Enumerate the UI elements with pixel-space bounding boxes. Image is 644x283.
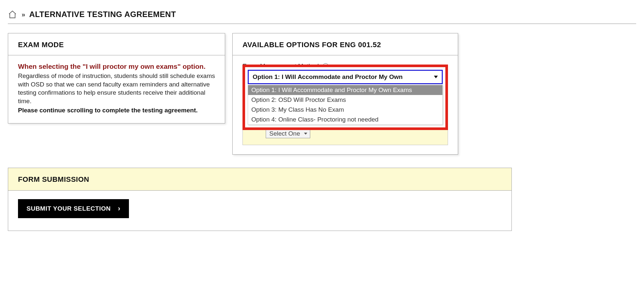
exam-mode-bold-line: Please continue scrolling to complete th… <box>18 107 215 114</box>
exam-management-option-3[interactable]: Option 3: My Class Has No Exam <box>248 105 442 115</box>
exam-mode-heading: EXAM MODE <box>18 41 215 49</box>
exam-management-options-list: Option 1: I Will Accommodate and Proctor… <box>248 85 443 125</box>
form-submission-header: FORM SUBMISSION <box>8 168 511 191</box>
submit-button-label: SUBMIT YOUR SELECTION <box>27 205 111 212</box>
home-icon[interactable] <box>8 10 17 19</box>
exam-management-select[interactable]: Option 1: I Will Accommodate and Proctor… <box>248 70 443 84</box>
highlight-callout: Option 1: I Will Accommodate and Proctor… <box>242 65 448 130</box>
available-options-card: AVAILABLE OPTIONS FOR ENG 001.52 Exam Ma… <box>232 33 458 155</box>
page-title: ALTERNATIVE TESTING AGREEMENT <box>29 10 176 19</box>
available-options-heading: AVAILABLE OPTIONS FOR ENG 001.52 <box>242 41 448 49</box>
exam-management-option-2[interactable]: Option 2: OSD Will Proctor Exams <box>248 95 442 105</box>
form-submission-card: FORM SUBMISSION SUBMIT YOUR SELECTION › <box>8 168 512 231</box>
breadcrumb: » ALTERNATIVE TESTING AGREEMENT <box>8 7 636 24</box>
exam-mode-subheading: When selecting the "I will proctor my ow… <box>18 63 215 70</box>
chevron-down-icon <box>434 76 438 78</box>
exam-mode-card: EXAM MODE When selecting the "I will pro… <box>8 33 225 123</box>
exam-management-option-1[interactable]: Option 1: I Will Accommodate and Proctor… <box>248 85 442 95</box>
secondary-select[interactable]: Select One <box>266 129 310 138</box>
exam-management-selected-value: Option 1: I Will Accommodate and Proctor… <box>253 73 402 81</box>
exam-management-option-4[interactable]: Option 4: Online Class- Proctoring not n… <box>248 115 442 124</box>
secondary-select-value: Select One <box>269 130 300 137</box>
exam-mode-paragraph: Regardless of mode of instruction, stude… <box>18 72 215 105</box>
chevron-double-right-icon: » <box>22 11 25 18</box>
form-submission-heading: FORM SUBMISSION <box>18 175 502 184</box>
exam-mode-header: EXAM MODE <box>8 33 225 55</box>
submit-button[interactable]: SUBMIT YOUR SELECTION › <box>18 199 129 218</box>
chevron-right-icon: › <box>118 204 120 213</box>
available-options-header: AVAILABLE OPTIONS FOR ENG 001.52 <box>233 33 458 55</box>
